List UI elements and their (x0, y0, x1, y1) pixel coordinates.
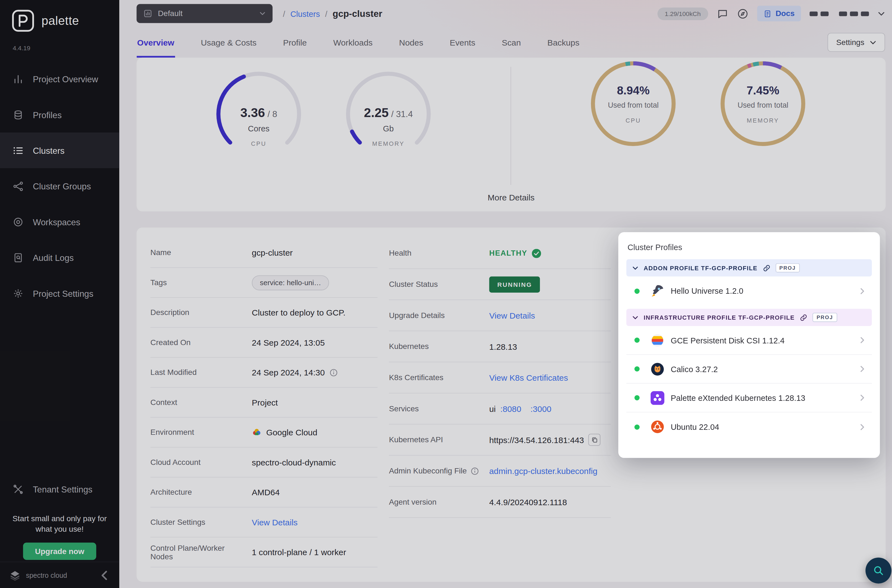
tab-nodes[interactable]: Nodes (398, 27, 424, 58)
sidebar-item-label: Audit Logs (33, 253, 74, 262)
audit-log-icon (13, 252, 24, 263)
magnifier-icon (872, 564, 884, 577)
breadcrumb-separator: / (283, 9, 285, 18)
sidebar-item-tenant-settings[interactable]: Tenant Settings (0, 471, 119, 507)
cpu-total-value: / 8 (267, 109, 277, 118)
redacted-user-info (810, 11, 869, 16)
tab-workloads[interactable]: Workloads (333, 27, 373, 58)
copy-icon[interactable] (589, 434, 601, 446)
detail-row-context: Context Project (150, 388, 377, 418)
sidebar-item-profiles[interactable]: Profiles (0, 97, 119, 132)
detail-value: AMD64 (252, 488, 280, 496)
info-icon[interactable] (329, 368, 338, 376)
detail-row-kubernetes-api: Kubernetes API https://34.54.126.181:443 (389, 424, 611, 456)
running-status-badge: RUNNING (489, 276, 540, 292)
brand: palette (12, 9, 79, 32)
chevron-right-icon (859, 365, 866, 373)
spectro-cloud-logo-icon (9, 570, 21, 581)
detail-label: Context (150, 398, 252, 406)
metrics-divider (511, 67, 511, 185)
status-dot (634, 395, 640, 400)
sidebar-item-clusters[interactable]: Clusters (0, 132, 119, 168)
tab-scan[interactable]: Scan (501, 27, 521, 58)
tab-profile[interactable]: Profile (282, 27, 307, 58)
help-compass-icon[interactable] (737, 8, 749, 20)
infrastructure-profile-section-header[interactable]: INFRASTRUCTURE PROFILE TF-GCP-PROFILE PR… (626, 309, 872, 326)
user-menu-chevron-icon[interactable] (878, 8, 885, 20)
sidebar-item-label: Tenant Settings (33, 484, 93, 494)
document-icon (764, 9, 772, 17)
sidebar-item-project-settings[interactable]: Project Settings (0, 275, 119, 311)
app-version: 4.4.19 (13, 45, 30, 51)
detail-value: Project (252, 398, 278, 407)
clusters-icon (13, 145, 24, 156)
detail-row-environment: Environment Google Cloud (150, 418, 377, 448)
detail-label: Last Modified (150, 368, 252, 376)
memory-donut-label: MEMORY (719, 117, 807, 124)
detail-label: Cluster Settings (150, 518, 252, 526)
cpu-gauge-label: CPU (214, 140, 303, 147)
tab-overview[interactable]: Overview (137, 27, 175, 58)
addon-profile-section-header[interactable]: ADDON PROFILE TF-GCP-PROFILE PROJ (626, 259, 872, 277)
sidebar-item-workspaces[interactable]: Workspaces (0, 204, 119, 240)
sidebar-item-audit-logs[interactable]: Audit Logs (0, 240, 119, 275)
chevron-down-icon (259, 10, 266, 17)
profile-layer-ubuntu[interactable]: Ubuntu 22.04 (626, 412, 872, 441)
breadcrumb: / Clusters / gcp-cluster (283, 0, 383, 27)
service-port-link[interactable]: :8080 (500, 404, 521, 413)
memory-usage-donut: 7.45% Used from total MEMORY (719, 59, 807, 148)
memory-donut-caption: Used from total (719, 101, 807, 110)
scope-badge: PROJ (775, 263, 800, 273)
detail-row-nodes: Control Plane/Worker Nodes 1 control-pla… (150, 537, 377, 568)
detail-label: Agent version (389, 498, 489, 506)
rocket-icon (651, 284, 664, 298)
tab-usage-costs[interactable]: Usage & Costs (200, 27, 257, 58)
profile-layer-name: Hello Universe 1.2.0 (671, 286, 743, 296)
tab-events[interactable]: Events (449, 27, 476, 58)
chat-icon[interactable] (717, 8, 728, 20)
project-selector[interactable]: Default (137, 4, 273, 23)
chevron-down-icon (869, 39, 877, 46)
sidebar-item-label: Project Settings (33, 288, 93, 298)
chevron-down-icon (632, 314, 638, 321)
link-icon (800, 314, 807, 321)
detail-label: Upgrade Details (389, 311, 489, 320)
detail-row-last-modified: Last Modified 24 Sep 2024, 14:30 (150, 358, 377, 388)
profile-layer-name: Ubuntu 22.04 (671, 422, 719, 431)
detail-label: Cloud Account (150, 458, 252, 466)
upgrade-view-details-link[interactable]: View Details (489, 311, 535, 320)
chevron-right-icon (859, 394, 866, 401)
more-details-link[interactable]: More Details (137, 193, 886, 202)
view-k8s-certificates-link[interactable]: View K8s Certificates (489, 373, 568, 382)
chevron-right-icon (859, 336, 866, 344)
sidebar-item-cluster-groups[interactable]: Cluster Groups (0, 168, 119, 204)
settings-label: Settings (836, 38, 864, 46)
sidebar-item-project-overview[interactable]: Project Overview (0, 61, 119, 97)
support-fab-button[interactable] (865, 558, 892, 584)
profile-layer-pxk[interactable]: Palette eXtended Kubernetes 1.28.13 (626, 384, 872, 412)
tag-pill[interactable]: service: hello-uni… (252, 275, 329, 290)
settings-button[interactable]: Settings (827, 33, 885, 52)
ubuntu-icon (651, 420, 664, 434)
breadcrumb-separator: / (325, 9, 327, 18)
cluster-settings-view-details-link[interactable]: View Details (252, 518, 298, 527)
collapse-sidebar-icon[interactable] (99, 570, 110, 581)
details-left-column: Name gcp-cluster Tags service: hello-uni… (150, 238, 377, 568)
memory-gauge-label: MEMORY (344, 140, 433, 147)
info-icon[interactable] (471, 467, 479, 475)
upgrade-now-button[interactable]: Upgrade now (23, 543, 96, 560)
breadcrumb-clusters-link[interactable]: Clusters (290, 9, 320, 18)
profile-layer-hello-universe[interactable]: Hello Universe 1.2.0 (626, 277, 872, 305)
detail-row-kubernetes: Kubernetes 1.28.13 (389, 331, 611, 363)
detail-row-architecture: Architecture AMD64 (150, 478, 377, 508)
cpu-used-value: 3.36 (240, 105, 265, 120)
docs-button[interactable]: Docs (757, 6, 801, 21)
detail-label: Control Plane/Worker Nodes (150, 543, 252, 561)
cpu-donut-label: CPU (589, 117, 677, 124)
profile-layer-gce-disk[interactable]: GCE Persistent Disk CSI 1.12.4 (626, 326, 872, 355)
chevron-down-icon (632, 265, 638, 271)
profile-layer-calico[interactable]: Calico 3.27.2 (626, 355, 872, 384)
tab-backups[interactable]: Backups (547, 27, 580, 58)
kubeconfig-download-link[interactable]: admin.gcp-cluster.kubeconfig (489, 466, 597, 476)
service-port-link[interactable]: :3000 (530, 404, 551, 413)
